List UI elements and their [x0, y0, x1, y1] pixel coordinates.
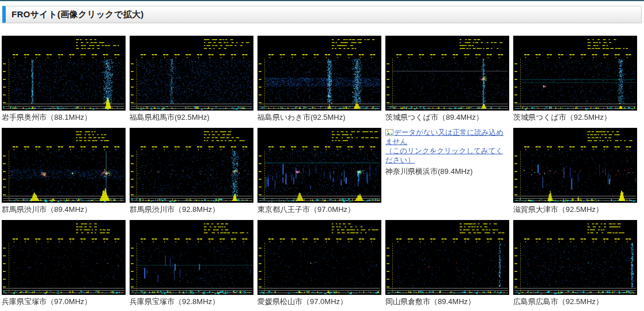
tile-caption: 兵庫県宝塚市（92.8MHz） [130, 297, 253, 306]
broken-link-line1: データがない又は正常に読み込めません [385, 128, 503, 146]
spectrogram-thumbnail[interactable]: 群馬県渋川市（89.4MHz） [2, 128, 126, 214]
tile-caption: 滋賀県大津市（92.5MHz） [513, 204, 637, 214]
spectrogram-thumbnail[interactable]: 福島県いわき市(92.5MHz) [257, 36, 381, 122]
spectrogram-image[interactable] [385, 36, 509, 111]
spectrogram-image[interactable] [130, 128, 253, 203]
spectrogram-image[interactable] [2, 36, 126, 111]
spectrogram-image[interactable] [2, 220, 126, 295]
spectrogram-thumbnail[interactable]: 滋賀県大津市（92.5MHz） [513, 128, 637, 214]
tile-caption: 愛媛県松山市（97.0MHz） [257, 297, 381, 306]
tile-caption: 東京都八王子市（97.0MHz） [257, 204, 381, 214]
spectrogram-thumbnail[interactable]: 岩手県奥州市（88.1MHz） [2, 36, 126, 122]
spectrogram-thumbnail[interactable]: 群馬県渋川市（92.8MHz） [130, 128, 253, 214]
tile-caption: 群馬県渋川市（92.8MHz） [130, 204, 253, 214]
spectrogram-image[interactable] [257, 36, 381, 111]
tile-caption: 福島県相馬市(92.5MHz) [130, 112, 253, 122]
spectrogram-thumbnail[interactable]: 茨城県つくば市（89.4MHz） [385, 36, 509, 122]
spectrogram-thumbnail[interactable]: 兵庫県宝塚市（92.8MHz） [130, 220, 253, 306]
spectrogram-image[interactable] [385, 220, 509, 295]
broken-image-icon [385, 129, 393, 136]
spectrogram-thumbnail[interactable]: 岡山県倉敷市（89.4MHz） [385, 220, 509, 306]
spectrogram-image[interactable] [513, 36, 637, 111]
broken-link-line2: （このリンクをクリックしてみてください） [385, 147, 503, 164]
tile-caption: 岡山県倉敷市（89.4MHz） [385, 297, 509, 306]
spectrogram-image[interactable] [130, 36, 253, 111]
spectrogram-image[interactable] [130, 220, 253, 295]
spectrogram-thumbnail[interactable]: 茨城県つくば市（92.5MHz） [513, 36, 637, 122]
tile-caption: 茨城県つくば市（92.5MHz） [513, 112, 637, 122]
tile-caption: 広島県広島市（92.5MHz） [513, 297, 637, 306]
page-title: FROサイト(画像クリックで拡大) [12, 9, 144, 20]
broken-data-link[interactable]: データがない又は正常に読み込めません（このリンクをクリックしてみてください） [385, 128, 509, 165]
spectrogram-image[interactable] [513, 128, 637, 203]
tile-caption: 兵庫県宝塚市（97.0MHz） [2, 297, 126, 306]
top-border-line [0, 0, 644, 1]
tile-caption: 群馬県渋川市（89.4MHz） [2, 204, 126, 214]
spectrogram-thumbnail[interactable]: 広島県広島市（92.5MHz） [513, 220, 637, 306]
broken-data-cell: データがない又は正常に読み込めません（このリンクをクリックしてみてください） 神… [385, 128, 509, 176]
tile-caption: 茨城県つくば市（89.4MHz） [385, 112, 509, 122]
tile-caption: 岩手県奥州市（88.1MHz） [2, 112, 126, 122]
tile-caption: 神奈川県横浜市(89.4MHz) [385, 166, 509, 176]
spectrogram-thumbnail[interactable]: 東京都八王子市（97.0MHz） [257, 128, 381, 214]
spectrogram-image[interactable] [513, 220, 637, 295]
spectrogram-image[interactable] [2, 128, 126, 203]
spectrogram-thumbnail[interactable]: 兵庫県宝塚市（97.0MHz） [2, 220, 126, 306]
spectrogram-image[interactable] [257, 128, 381, 203]
spectrogram-thumbnail[interactable]: 福島県相馬市(92.5MHz) [130, 36, 253, 122]
thumbnail-grid: 岩手県奥州市（88.1MHz） 福島県相馬市(92.5MHz) 福島県いわき市(… [2, 36, 644, 306]
tile-caption: 福島県いわき市(92.5MHz) [257, 112, 381, 122]
spectrogram-image[interactable] [257, 220, 381, 295]
section-header: FROサイト(画像クリックで拡大) [2, 6, 642, 23]
spectrogram-thumbnail[interactable]: 愛媛県松山市（97.0MHz） [257, 220, 381, 306]
